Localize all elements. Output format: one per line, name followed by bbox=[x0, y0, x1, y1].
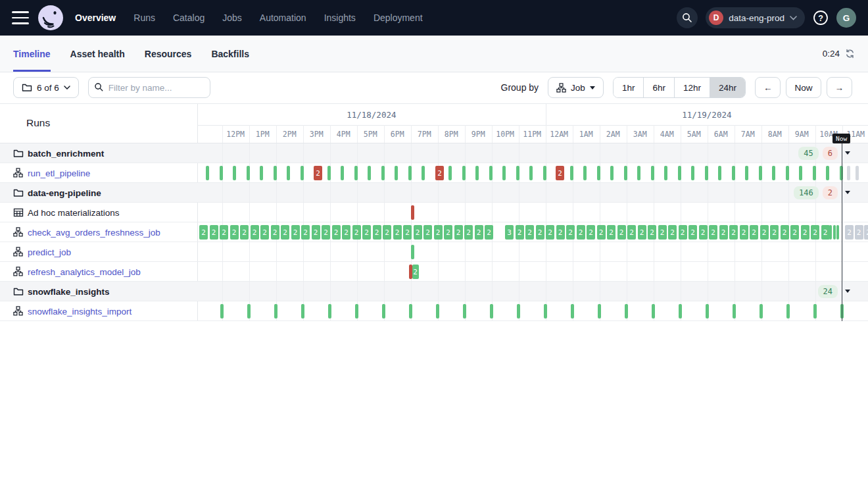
run-tick[interactable] bbox=[328, 304, 331, 318]
run-square[interactable]: 2 bbox=[230, 225, 239, 240]
run-square[interactable]: 2 bbox=[770, 225, 779, 240]
run-tick[interactable] bbox=[247, 304, 251, 318]
run-tick[interactable] bbox=[408, 166, 412, 180]
run-tick[interactable] bbox=[597, 166, 600, 180]
run-tick[interactable] bbox=[829, 225, 832, 240]
run-tick[interactable] bbox=[287, 166, 290, 180]
expand-caret-icon[interactable] bbox=[845, 290, 850, 293]
run-tick[interactable] bbox=[637, 166, 640, 180]
run-tick[interactable] bbox=[274, 166, 277, 180]
row-label-refresh-analytics-model-job[interactable]: refresh_analytics_model_job bbox=[28, 262, 141, 282]
run-square[interactable]: 2 bbox=[271, 225, 279, 240]
run-tick[interactable] bbox=[354, 166, 358, 180]
run-square[interactable]: 2 bbox=[199, 225, 208, 240]
run-tick[interactable] bbox=[382, 304, 385, 318]
run-tick[interactable] bbox=[368, 166, 371, 180]
run-tick[interactable] bbox=[856, 166, 859, 180]
run-tick[interactable] bbox=[733, 304, 736, 318]
run-tick[interactable] bbox=[706, 304, 709, 318]
run-square[interactable]: 2 bbox=[435, 166, 444, 180]
filter-by-name-input[interactable] bbox=[88, 77, 210, 98]
run-tick[interactable] bbox=[355, 304, 358, 318]
run-square[interactable]: 2 bbox=[556, 225, 565, 240]
range-button-12hr[interactable]: 12hr bbox=[674, 78, 710, 97]
help-icon[interactable]: ? bbox=[813, 10, 829, 26]
run-square[interactable]: 2 bbox=[864, 225, 868, 240]
run-tick[interactable] bbox=[799, 166, 802, 180]
run-square[interactable]: 2 bbox=[444, 225, 452, 240]
run-tick[interactable] bbox=[786, 166, 789, 180]
run-tick[interactable] bbox=[341, 166, 344, 180]
run-square[interactable]: 2 bbox=[314, 166, 322, 180]
row-label-snowflake-insights-import[interactable]: snowflake_insights_import bbox=[28, 301, 132, 321]
run-tick[interactable] bbox=[570, 166, 573, 180]
topnav-item-deployment[interactable]: Deployment bbox=[374, 13, 423, 23]
run-tick[interactable] bbox=[813, 166, 816, 180]
run-square[interactable]: 2 bbox=[597, 225, 606, 240]
run-tick[interactable] bbox=[583, 166, 587, 180]
scope-dropdown[interactable]: 6 of 6 bbox=[13, 77, 79, 98]
run-tick[interactable] bbox=[705, 166, 708, 180]
run-tick[interactable] bbox=[462, 166, 466, 180]
run-square[interactable]: 3 bbox=[505, 225, 514, 240]
run-square[interactable]: 2 bbox=[312, 225, 320, 240]
run-tick[interactable] bbox=[652, 304, 655, 318]
run-square[interactable]: 2 bbox=[322, 225, 330, 240]
run-tick[interactable] bbox=[544, 304, 547, 318]
run-tick[interactable] bbox=[833, 225, 836, 240]
run-tick[interactable] bbox=[274, 304, 277, 318]
run-square[interactable]: 2 bbox=[587, 225, 595, 240]
run-square[interactable]: 2 bbox=[821, 225, 830, 240]
tab-timeline[interactable]: Timeline bbox=[13, 36, 51, 72]
range-button-6hr[interactable]: 6hr bbox=[643, 78, 674, 97]
run-square[interactable]: 2 bbox=[251, 225, 259, 240]
run-tick[interactable] bbox=[409, 265, 412, 279]
run-tick[interactable] bbox=[395, 166, 398, 180]
run-tick[interactable] bbox=[463, 304, 466, 318]
refresh-icon[interactable] bbox=[845, 49, 855, 59]
page-prev-button[interactable]: ← bbox=[755, 77, 781, 98]
run-tick[interactable] bbox=[206, 166, 209, 180]
run-square[interactable]: 2 bbox=[536, 225, 544, 240]
run-tick[interactable] bbox=[625, 304, 628, 318]
workspace-switcher[interactable]: D data-eng-prod bbox=[706, 7, 805, 28]
run-tick[interactable] bbox=[745, 166, 748, 180]
topnav-item-runs[interactable]: Runs bbox=[133, 13, 155, 23]
run-tick[interactable] bbox=[436, 304, 439, 318]
run-tick[interactable] bbox=[301, 304, 304, 318]
run-square[interactable]: 2 bbox=[301, 225, 310, 240]
run-tick[interactable] bbox=[571, 304, 574, 318]
run-tick[interactable] bbox=[598, 304, 601, 318]
expand-caret-icon[interactable] bbox=[845, 191, 850, 194]
row-label-predict-job[interactable]: predict_job bbox=[28, 242, 71, 262]
topnav-item-automation[interactable]: Automation bbox=[260, 13, 306, 23]
tab-resources[interactable]: Resources bbox=[145, 36, 192, 72]
run-tick[interactable] bbox=[678, 166, 681, 180]
run-tick[interactable] bbox=[517, 304, 520, 318]
run-square[interactable]: 2 bbox=[556, 166, 564, 180]
run-tick[interactable] bbox=[411, 245, 414, 259]
topnav-item-catalog[interactable]: Catalog bbox=[173, 13, 205, 23]
run-tick[interactable] bbox=[610, 166, 614, 180]
row-label-check-avg-orders-freshness-job[interactable]: check_avg_orders_freshness_job bbox=[28, 222, 160, 242]
run-square[interactable]: 2 bbox=[668, 225, 677, 240]
run-square[interactable]: 2 bbox=[577, 225, 585, 240]
topnav-item-insights[interactable]: Insights bbox=[324, 13, 356, 23]
run-square[interactable]: 2 bbox=[699, 225, 708, 240]
run-square[interactable]: 2 bbox=[546, 225, 554, 240]
run-tick[interactable] bbox=[301, 166, 304, 180]
run-square[interactable]: 2 bbox=[291, 225, 300, 240]
run-tick[interactable] bbox=[489, 166, 493, 180]
run-square[interactable]: 2 bbox=[679, 225, 687, 240]
run-square[interactable]: 2 bbox=[648, 225, 656, 240]
run-tick[interactable] bbox=[732, 166, 735, 180]
run-square[interactable]: 2 bbox=[260, 225, 269, 240]
run-square[interactable]: 2 bbox=[607, 225, 615, 240]
run-tick[interactable] bbox=[220, 166, 223, 180]
run-tick[interactable] bbox=[664, 166, 667, 180]
tab-asset-health[interactable]: Asset health bbox=[70, 36, 125, 72]
run-square[interactable]: 2 bbox=[373, 225, 381, 240]
run-square[interactable]: 2 bbox=[412, 265, 419, 279]
run-square[interactable]: 2 bbox=[740, 225, 748, 240]
run-square[interactable]: 2 bbox=[342, 225, 350, 240]
